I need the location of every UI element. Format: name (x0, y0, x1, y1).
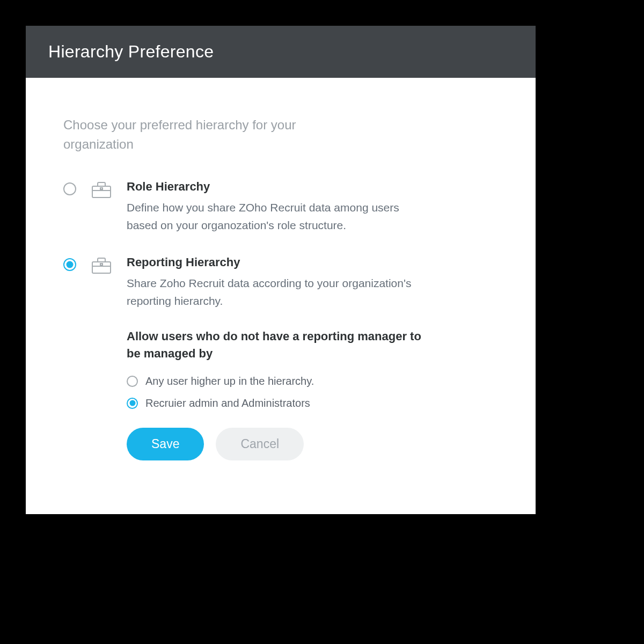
hierarchy-preference-dialog: Hierarchy Preference Choose your preferr… (26, 26, 536, 514)
option-text-col: Role Hierarchy Define how you share ZOho… (127, 180, 498, 234)
save-button[interactable]: Save (127, 428, 204, 460)
cancel-button[interactable]: Cancel (216, 428, 304, 460)
dialog-header: Hierarchy Preference (26, 26, 536, 78)
button-row: Save Cancel (127, 428, 498, 460)
briefcase-icon (91, 180, 112, 201)
svg-rect-1 (100, 188, 103, 189)
briefcase-icon (91, 255, 112, 277)
sub-option-recruiter-admin[interactable]: Recruier admin and Administrators (127, 397, 498, 409)
radio-recruiter-admin[interactable] (127, 398, 138, 409)
option-description: Define how you share ZOho Recruit data a… (127, 199, 427, 234)
option-reporting-hierarchy[interactable]: Reporting Hierarchy Share Zoho Recruit d… (63, 255, 498, 460)
dialog-title: Hierarchy Preference (48, 42, 513, 62)
option-text-col: Reporting Hierarchy Share Zoho Recruit d… (127, 255, 498, 460)
option-title: Role Hierarchy (127, 180, 498, 194)
option-description: Share Zoho Recruit data according to you… (127, 275, 427, 310)
dialog-body: Choose your preferred hierarchy for your… (26, 78, 536, 514)
option-role-hierarchy[interactable]: Role Hierarchy Define how you share ZOho… (63, 180, 498, 234)
option-title: Reporting Hierarchy (127, 255, 498, 269)
radio-role-hierarchy[interactable] (63, 182, 76, 195)
svg-rect-4 (100, 264, 103, 265)
sub-option-label: Any user higher up in the hierarchy. (145, 375, 314, 387)
dialog-intro-text: Choose your preferred hierarchy for your… (63, 115, 364, 154)
radio-reporting-hierarchy[interactable] (63, 258, 76, 271)
sub-option-label: Recruier admin and Administrators (145, 397, 310, 409)
reporting-subheading: Allow users who do not have a reporting … (127, 328, 427, 362)
sub-option-any-user[interactable]: Any user higher up in the hierarchy. (127, 375, 498, 387)
radio-any-user-higher[interactable] (127, 376, 138, 387)
